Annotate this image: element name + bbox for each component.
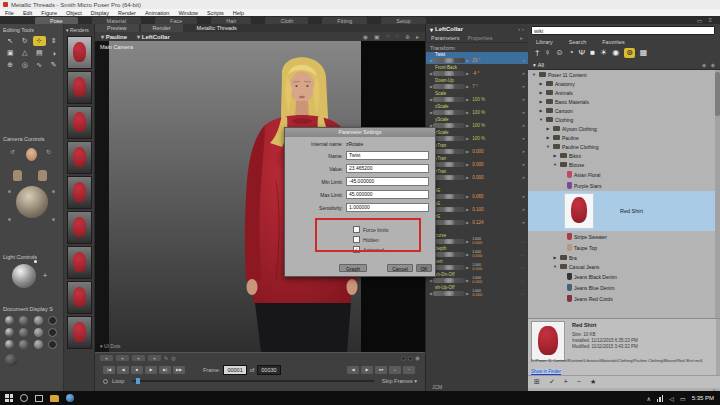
file-explorer-icon[interactable] — [50, 395, 59, 402]
menu-scripts[interactable]: Scripts — [207, 10, 224, 16]
dial-arrow-right[interactable]: ▶ — [466, 162, 469, 167]
dial-slider[interactable] — [433, 207, 465, 212]
select-tool-icon[interactable]: ↖ — [4, 36, 17, 46]
dial-xscale[interactable]: xScale◀▶100 %▸ — [426, 104, 528, 116]
tab-render[interactable]: Render — [141, 24, 183, 32]
dial-slider[interactable] — [433, 97, 465, 102]
camera-dot[interactable] — [52, 218, 55, 221]
display-style-icon[interactable] — [19, 340, 28, 349]
library-item-taupe-top[interactable]: Taupe Top — [528, 242, 720, 253]
room-tab-pose[interactable]: Pose — [35, 17, 78, 24]
library-folder-cartoon[interactable]: ▶Cartoon — [528, 106, 720, 115]
prev-key-button[interactable]: ◀ — [347, 366, 359, 374]
dial-slider[interactable] — [433, 265, 465, 270]
dial-slider[interactable] — [433, 136, 465, 141]
dial-arrow-left[interactable]: ◀ — [429, 71, 432, 76]
translate-pull-tool-icon[interactable]: ⊹ — [33, 36, 46, 46]
display-style-current-icon[interactable] — [5, 354, 17, 366]
dial-menu-icon[interactable]: ↔ — [521, 265, 526, 270]
direct-manipulation-tool-icon[interactable]: ∿ — [33, 60, 46, 70]
parameters-actor-name[interactable]: LeftCollar — [435, 26, 463, 32]
menu-display[interactable]: Display — [91, 10, 109, 16]
tree-scrollbar[interactable] — [715, 70, 720, 318]
timeline-slider[interactable] — [132, 380, 374, 382]
total-frames-input[interactable]: 00030 — [257, 365, 280, 375]
actor-dropdown-arrow[interactable]: ▾ — [430, 26, 433, 33]
dial-yscale[interactable]: yScale◀▶100 %▸ — [426, 117, 528, 129]
room-tab-cloth[interactable]: Cloth — [265, 17, 308, 24]
tab-library[interactable]: Library — [536, 39, 553, 45]
left-hand-camera-control[interactable] — [13, 170, 22, 181]
dial-slider[interactable] — [433, 84, 465, 89]
filter-label[interactable]: All — [538, 62, 544, 68]
dial-scale[interactable]: Scale◀▶100 %▸ — [426, 91, 528, 103]
dial-menu-icon[interactable]: ↔ — [521, 239, 526, 244]
camera-rotate-left-icon[interactable]: ↺ — [10, 148, 15, 155]
render-thumbnail[interactable] — [67, 106, 92, 139]
delete-keyframe-button[interactable]: − — [403, 366, 415, 374]
dial-slider[interactable] — [433, 58, 465, 63]
dial-arrow-right[interactable]: ▶ — [466, 239, 469, 244]
library-search-input[interactable] — [531, 26, 715, 35]
menu-animation[interactable]: Animation — [145, 10, 169, 16]
browser-icon[interactable] — [66, 394, 74, 402]
dial-vert[interactable]: vert◀▶1.0000.000↔ — [426, 259, 528, 271]
view-magnifier-tool-icon[interactable]: ◎ — [19, 60, 32, 70]
ok-button[interactable]: OK — [416, 264, 432, 272]
tab-parameters[interactable]: Parameters — [431, 35, 459, 41]
remove-item-button[interactable]: − — [577, 377, 581, 387]
render-thumbnail[interactable] — [67, 36, 92, 69]
render-thumbnail[interactable] — [67, 141, 92, 174]
display-style-icon[interactable] — [5, 316, 14, 325]
scale-tool-icon[interactable]: ▣ — [4, 48, 17, 58]
display-style-icon[interactable] — [19, 328, 28, 337]
dial-ytran[interactable]: yTran◀▶0.000▸ — [426, 156, 528, 168]
dial-ye[interactable]: yE◀▶0.100▸ — [426, 201, 528, 213]
dial-menu-icon[interactable]: ▸ — [523, 220, 525, 225]
dial-menu-icon[interactable]: ▸ — [523, 110, 525, 115]
library-item-asian-floral[interactable]: Asian Floral — [528, 169, 720, 180]
texture-dropdown[interactable]: ▾ — [148, 355, 161, 361]
room-tab-material[interactable]: Material — [92, 17, 142, 24]
dial-arrow-right[interactable]: ▶ — [466, 58, 469, 63]
dial-menu-icon[interactable]: ▸ — [523, 84, 525, 89]
hair-icon[interactable]: ◔ — [569, 48, 574, 58]
ui-dots-label[interactable]: ▾ UI Dots — [100, 343, 121, 349]
filter-dropdown-arrow[interactable]: ▾ — [533, 62, 536, 68]
camera-icon[interactable]: ▣ — [374, 33, 380, 40]
dial-arrow-left[interactable]: ◀ — [429, 84, 432, 89]
camera-dot[interactable] — [52, 190, 55, 193]
dial-arrow-right[interactable]: ▶ — [466, 110, 469, 115]
dial-slider[interactable] — [433, 162, 465, 167]
graph-button[interactable]: Graph — [339, 264, 367, 272]
start-button[interactable] — [5, 394, 13, 402]
dialog-titlebar[interactable]: Parameter Settings — [285, 128, 435, 137]
dial-menu-icon[interactable]: ▸ — [523, 136, 525, 141]
show-in-finder-link[interactable]: Show in Finder — [531, 369, 561, 374]
right-hand-camera-control[interactable] — [38, 170, 47, 181]
dial-down-up[interactable]: Down-Up◀▶7 °▸ — [426, 78, 528, 90]
display-style-icon[interactable] — [48, 328, 57, 337]
stop-button[interactable]: ■ — [131, 366, 143, 374]
dock-icon[interactable]: ▭ — [697, 17, 703, 24]
tray-expand-icon[interactable]: ∧ — [646, 395, 650, 402]
lights-icon[interactable]: ☀ — [600, 48, 607, 58]
frame-input[interactable]: 00001 — [223, 365, 246, 375]
library-folder-animals[interactable]: ▶Animals — [528, 88, 720, 97]
poses-icon[interactable]: ♀ — [544, 48, 550, 58]
display-style-icon[interactable] — [5, 340, 14, 349]
new-folder-button[interactable]: ⊞ — [534, 377, 540, 387]
camera-rotate-right-icon[interactable]: ↻ — [46, 148, 51, 155]
rotate-tool-icon[interactable]: ↻ — [19, 36, 32, 46]
library-folder-anatomy[interactable]: ▶Anatomy — [528, 79, 720, 88]
next-key-button[interactable]: ▶ — [361, 366, 373, 374]
aperture-icon[interactable]: ◉ — [363, 33, 368, 40]
dial-arrow-right[interactable]: ▶ — [466, 194, 469, 199]
dial-front-back[interactable]: Front-Back◀▶-4 °▸ — [426, 65, 528, 77]
dial-arrow-right[interactable]: ▶ — [466, 291, 469, 296]
play-button[interactable]: ▶ — [145, 366, 157, 374]
room-tab-hair[interactable]: Hair — [211, 17, 251, 24]
prev-frame-button[interactable]: ◀ — [117, 366, 129, 374]
room-tab-setup[interactable]: Setup — [381, 17, 425, 24]
display-style-icon[interactable] — [34, 316, 43, 325]
